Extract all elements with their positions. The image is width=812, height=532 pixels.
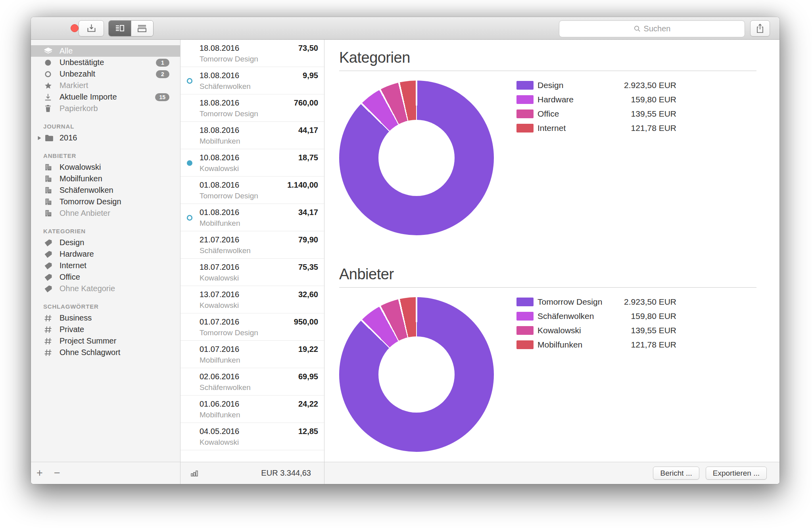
receipt-row[interactable]: 10.08.201618,75Kowalowski [180, 149, 324, 177]
sidebar-item-internet[interactable]: Internet [31, 260, 180, 271]
receipt-date: 01.06.2016 [200, 399, 239, 409]
legend-label: Design [537, 81, 563, 90]
legend-value: 159,80 EUR [574, 95, 676, 104]
legend-value: 2.923,50 EUR [602, 297, 676, 307]
receipt-amount: 12,85 [298, 427, 318, 436]
app-window: Suchen AlleUnbestätigte1Unbezahlt2Markie… [31, 17, 779, 484]
sidebar-item-ohne-schlagwort[interactable]: Ohne Schlagwort [31, 347, 180, 358]
list-detail-view-icon [115, 24, 125, 33]
receipt-vendor: Kowalowski [200, 438, 239, 447]
receipt-vendor: Schäfenwolken [200, 246, 251, 255]
hash-icon [43, 326, 53, 334]
receipt-vendor: Kowalowski [200, 274, 239, 282]
legend-label: Hardware [537, 95, 574, 104]
building-icon [43, 198, 53, 206]
legend-row-design: Design2.923,50 EUR [516, 81, 676, 90]
receipt-date: 18.08.2016 [200, 44, 239, 53]
sidebar-item-mobilfunken[interactable]: Mobilfunken [31, 173, 180, 184]
window-body: AlleUnbestätigte1Unbezahlt2MarkiertAktue… [31, 40, 779, 484]
unpaid-status-icon [186, 77, 193, 85]
receipt-row[interactable]: 18.08.20169,95Schäfenwolken [180, 67, 324, 94]
receipt-row[interactable]: 18.08.2016760,00Tomorrow Design [180, 94, 324, 122]
receipt-date: 04.05.2016 [200, 427, 239, 436]
tag-icon [43, 284, 53, 293]
receipt-row[interactable]: 21.07.201679,90Schäfenwolken [180, 231, 324, 259]
import-tray-icon [86, 23, 97, 34]
legend-swatch [516, 312, 534, 321]
sidebar-item-label: Markiert [60, 81, 88, 90]
close-window-button[interactable] [71, 24, 79, 32]
sidebar-item-private[interactable]: Private [31, 324, 180, 335]
receipt-row[interactable]: 04.05.201612,85Kowalowski [180, 423, 324, 450]
sidebar-item-office[interactable]: Office [31, 271, 180, 283]
sidebar-item-sch-fenwolken[interactable]: Schäfenwolken [31, 184, 180, 196]
sidebar-item-aktuelle-importe[interactable]: Aktuelle Importe15 [31, 91, 180, 103]
receipt-date: 18.08.2016 [200, 126, 239, 135]
receipt-vendor: Tomorrow Design [200, 55, 258, 63]
chart-legend: Design2.923,50 EURHardware159,80 EUROffi… [516, 81, 676, 138]
sidebar-item-label: Unbestätigte [60, 58, 104, 67]
sidebar-item-alle[interactable]: Alle [31, 45, 180, 57]
sidebar-item-label: Hardware [60, 250, 94, 259]
sidebar-item-label: Ohne Anbieter [60, 209, 110, 218]
unpaid-status-icon [186, 214, 193, 221]
receipt-row[interactable]: 01.08.201634,17Mobilfunken [180, 204, 324, 231]
legend-value: 139,55 EUR [581, 326, 676, 335]
receipt-row[interactable]: 01.07.201619,22Mobilfunken [180, 341, 324, 368]
sidebar-item-ohne-anbieter[interactable]: Ohne Anbieter [31, 207, 180, 219]
receipt-row[interactable]: 01.07.2016950,00Tomorrow Design [180, 313, 324, 341]
receipt-row[interactable]: 18.08.201644,17Mobilfunken [180, 122, 324, 149]
donut-chart-anbieter [339, 297, 494, 452]
share-icon [755, 23, 765, 34]
receipt-vendor: Tomorrow Design [200, 192, 258, 200]
receipt-row[interactable]: 13.07.201632,60Kowalowski [180, 286, 324, 313]
sidebar-item-label: Design [60, 238, 84, 247]
receipt-vendor: Schäfenwolken [200, 82, 251, 91]
sidebar-item-hardware[interactable]: Hardware [31, 248, 180, 260]
view-table-segment[interactable] [131, 21, 153, 36]
sidebar-item-2016[interactable]: 2016 [31, 132, 180, 144]
receipt-row[interactable]: 01.06.201624,22Mobilfunken [180, 396, 324, 423]
remove-button[interactable]: − [48, 468, 66, 478]
export-button[interactable]: Exportieren ... [706, 467, 767, 480]
view-list-detail-segment[interactable] [109, 21, 131, 36]
receipt-row[interactable]: 01.08.20161.140,00Tomorrow Design [180, 177, 324, 204]
receipt-list: 18.08.201673,50Tomorrow Design18.08.2016… [180, 40, 324, 462]
report-button[interactable]: Bericht ... [653, 467, 699, 480]
legend-label: Kowalowski [537, 326, 581, 335]
receipt-row[interactable]: 18.07.201675,35Kowalowski [180, 259, 324, 286]
receipt-amount: 32,60 [298, 290, 318, 299]
legend-swatch [516, 109, 534, 118]
sidebar-item-unbest-tigte[interactable]: Unbestätigte1 [31, 57, 180, 68]
building-icon [43, 209, 53, 217]
legend-value: 121,78 EUR [582, 340, 676, 350]
add-button[interactable]: + [31, 468, 48, 478]
sidebar-item-project-summer[interactable]: Project Summer [31, 335, 180, 347]
search-input[interactable]: Suchen [559, 20, 745, 37]
sidebar-item-label: Tomorrow Design [60, 197, 121, 206]
sidebar-item-design[interactable]: Design [31, 237, 180, 248]
receipt-row[interactable]: 18.08.201673,50Tomorrow Design [180, 40, 324, 67]
disclosure-triangle-icon[interactable] [37, 136, 42, 140]
sidebar-item-tomorrow-design[interactable]: Tomorrow Design [31, 196, 180, 207]
sidebar-item-markiert[interactable]: Markiert [31, 80, 180, 91]
import-button[interactable] [79, 20, 104, 36]
sidebar-item-papierkorb[interactable]: Papierkorb [31, 103, 180, 114]
hash-icon [43, 349, 53, 357]
sidebar-item-kowalowski[interactable]: Kowalowski [31, 161, 180, 173]
sidebar-item-label: Office [60, 273, 80, 282]
download-icon [43, 93, 53, 101]
receipt-row[interactable]: 02.06.201669,95Schäfenwolken [180, 368, 324, 396]
legend-label: Tomorrow Design [537, 297, 602, 307]
sidebar-item-unbezahlt[interactable]: Unbezahlt2 [31, 68, 180, 80]
sidebar-item-ohne-kategorie[interactable]: Ohne Kategorie [31, 283, 180, 294]
sidebar-item-label: Unbezahlt [60, 69, 95, 79]
bar-chart-icon[interactable] [190, 469, 199, 478]
sidebar-item-business[interactable]: Business [31, 312, 180, 324]
receipt-vendor: Kowalowski [200, 301, 239, 310]
layers-icon [43, 47, 53, 56]
count-badge: 2 [156, 70, 169, 78]
detail-sections: KategorienDesign2.923,50 EURHardware159,… [324, 40, 779, 462]
share-button[interactable] [750, 20, 770, 36]
sidebar-item-label: Internet [60, 261, 86, 270]
